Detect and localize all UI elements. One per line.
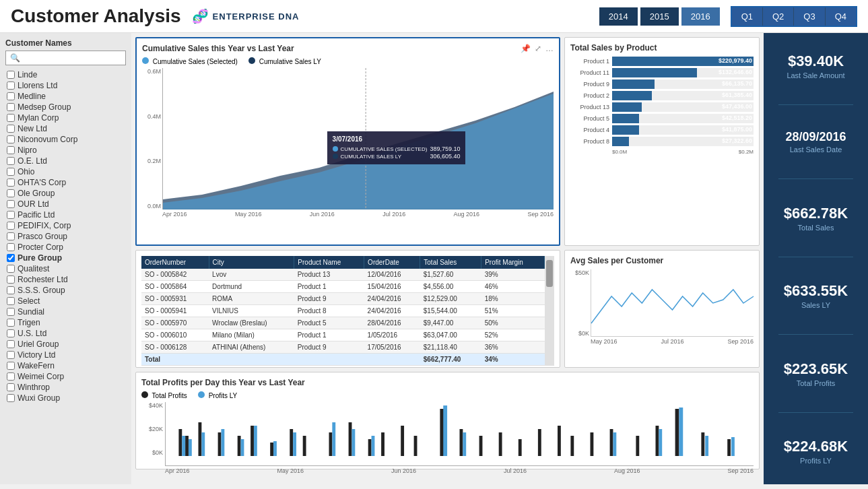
sidebar-label-10: OHTA'S Corp xyxy=(18,178,66,187)
product-bar-row-0: Product 1 $220,979.40 xyxy=(570,57,754,66)
sidebar-item-6[interactable]: Niconovum Corp xyxy=(5,134,126,145)
sidebar-checkbox-27[interactable] xyxy=(7,362,15,370)
x-axis-labels: Apr 2016 May 2016 Jun 2016 Jul 2016 Aug … xyxy=(162,211,554,218)
sidebar-checkbox-28[interactable] xyxy=(7,372,15,381)
sidebar-item-23[interactable]: Trigen xyxy=(5,317,126,328)
sidebar-item-18[interactable]: Qualitest xyxy=(5,263,126,274)
sidebar-checkbox-30[interactable] xyxy=(7,394,15,402)
pin-icon[interactable]: 📌 xyxy=(521,44,531,53)
sidebar-item-11[interactable]: Ole Group xyxy=(5,188,126,199)
table-cell: Milano (Milan) xyxy=(209,329,294,341)
sidebar-checkbox-19[interactable] xyxy=(7,275,15,284)
product-bar-fill-2: $66,135.70 xyxy=(612,79,655,89)
sidebar-item-22[interactable]: Sundial xyxy=(5,306,126,317)
col-orderdate: OrderDate xyxy=(364,256,420,269)
cum-legend-label-2: Cumulative Sales LY xyxy=(259,58,321,65)
sidebar-item-26[interactable]: Victory Ltd xyxy=(5,350,126,360)
sidebar-item-14[interactable]: PEDIFIX, Corp xyxy=(5,220,126,231)
year-2015-button[interactable]: 2015 xyxy=(640,7,679,26)
sidebar-checkbox-0[interactable] xyxy=(7,71,15,79)
sidebar-checkbox-10[interactable] xyxy=(7,178,15,187)
sidebar-checkbox-4[interactable] xyxy=(7,114,15,122)
sidebar-checkbox-1[interactable] xyxy=(7,82,15,90)
cum-legend-dot-2 xyxy=(248,57,255,64)
sidebar-item-5[interactable]: New Ltd xyxy=(5,123,126,134)
sidebar-item-3[interactable]: Medsep Group xyxy=(5,102,126,112)
kpi-total-profits-label: Total Profits xyxy=(784,379,848,387)
sidebar-label-14: PEDIFIX, Corp xyxy=(18,221,71,230)
sidebar-checkbox-6[interactable] xyxy=(7,135,15,143)
sidebar-checkbox-12[interactable] xyxy=(7,200,15,208)
sidebar-checkbox-16[interactable] xyxy=(7,243,15,251)
sidebar-checkbox-13[interactable] xyxy=(7,211,15,219)
q2-button[interactable]: Q2 xyxy=(763,7,794,26)
sidebar-checkbox-3[interactable] xyxy=(7,103,15,111)
q3-button[interactable]: Q3 xyxy=(794,7,825,26)
cum-legend-dot-1 xyxy=(142,57,149,64)
sidebar-checkbox-9[interactable] xyxy=(7,168,15,176)
product-bar-track-6: $41,875.00 xyxy=(612,125,754,135)
sidebar-label-19: Rochester Ltd xyxy=(18,275,68,284)
table-cell: SO - 0005931 xyxy=(141,293,209,305)
year-2014-button[interactable]: 2014 xyxy=(599,7,638,26)
sidebar-item-24[interactable]: U.S. Ltd xyxy=(5,328,126,339)
sidebar-item-21[interactable]: Select xyxy=(5,296,126,306)
sidebar-checkbox-7[interactable] xyxy=(7,146,15,154)
sidebar-item-8[interactable]: O.E. Ltd xyxy=(5,156,126,166)
sidebar-checkbox-2[interactable] xyxy=(7,92,15,100)
product-bar-fill-6: $41,875.00 xyxy=(612,125,639,135)
sidebar-item-25[interactable]: Uriel Group xyxy=(5,339,126,350)
sidebar-checkbox-26[interactable] xyxy=(7,351,15,359)
sidebar-item-15[interactable]: Prasco Group xyxy=(5,231,126,242)
sidebar-item-9[interactable]: Ohio xyxy=(5,166,126,177)
sidebar-item-20[interactable]: S.S.S. Group xyxy=(5,285,126,296)
sidebar-item-28[interactable]: Weimei Corp xyxy=(5,371,126,382)
sidebar-checkbox-11[interactable] xyxy=(7,189,15,197)
product-bar-fill-0: $220,979.40 xyxy=(612,57,754,66)
sidebar-item-30[interactable]: Wuxi Group xyxy=(5,393,126,403)
sidebar-checkbox-29[interactable] xyxy=(7,383,15,391)
sidebar-checkbox-8[interactable] xyxy=(7,157,15,165)
sidebar-checkbox-17[interactable] xyxy=(7,254,15,262)
sidebar-checkbox-21[interactable] xyxy=(7,297,15,305)
product-bar-value-1: $132,646.60 xyxy=(719,69,752,75)
table-total-cell: $662,777.40 xyxy=(420,354,481,366)
tooltip-row-1: CUMULATIVE SALES (SELECTED) 389,759.10 xyxy=(333,145,461,152)
sidebar-item-1[interactable]: Llorens Ltd xyxy=(5,80,126,91)
sidebar-item-17[interactable]: Pure Group xyxy=(5,253,126,263)
sidebar-item-16[interactable]: Procter Corp xyxy=(5,242,126,253)
table-scrollbar[interactable] xyxy=(545,256,554,366)
product-bar-row-2: Product 9 $66,135.70 xyxy=(570,79,754,89)
sidebar-item-10[interactable]: OHTA'S Corp xyxy=(5,177,126,188)
sidebar-item-0[interactable]: Linde xyxy=(5,69,126,80)
svg-rect-27 xyxy=(254,426,257,456)
sidebar-checkbox-5[interactable] xyxy=(7,125,15,133)
sidebar-checkbox-22[interactable] xyxy=(7,308,15,316)
sidebar-item-4[interactable]: Mylan Corp xyxy=(5,112,126,123)
year-2016-button[interactable]: 2016 xyxy=(681,7,720,26)
sidebar-checkbox-14[interactable] xyxy=(7,222,15,230)
search-input[interactable] xyxy=(5,51,126,65)
sidebar-checkbox-24[interactable] xyxy=(7,329,15,337)
sidebar-item-12[interactable]: OUR Ltd xyxy=(5,199,126,209)
more-icon[interactable]: … xyxy=(545,44,554,53)
table-total-cell xyxy=(209,354,294,366)
tooltip-dot-2 xyxy=(333,154,338,159)
sidebar-checkbox-18[interactable] xyxy=(7,265,15,273)
table-cell: SO - 0005864 xyxy=(141,281,209,293)
sidebar-item-13[interactable]: Pacific Ltd xyxy=(5,209,126,220)
sidebar-item-7[interactable]: Nipro xyxy=(5,145,126,156)
svg-rect-16 xyxy=(479,436,483,456)
sidebar-item-2[interactable]: Medline xyxy=(5,91,126,102)
sidebar-checkbox-23[interactable] xyxy=(7,319,15,327)
q4-button[interactable]: Q4 xyxy=(826,7,856,26)
sidebar-checkbox-20[interactable] xyxy=(7,286,15,294)
sidebar-item-29[interactable]: Winthrop xyxy=(5,382,126,393)
expand-icon[interactable]: ⤢ xyxy=(535,44,541,53)
q1-button[interactable]: Q1 xyxy=(732,7,763,26)
sidebar-item-27[interactable]: WakeFern xyxy=(5,360,126,371)
svg-rect-44 xyxy=(727,439,731,456)
sidebar-checkbox-25[interactable] xyxy=(7,340,15,348)
sidebar-item-19[interactable]: Rochester Ltd xyxy=(5,274,126,285)
sidebar-checkbox-15[interactable] xyxy=(7,232,15,240)
